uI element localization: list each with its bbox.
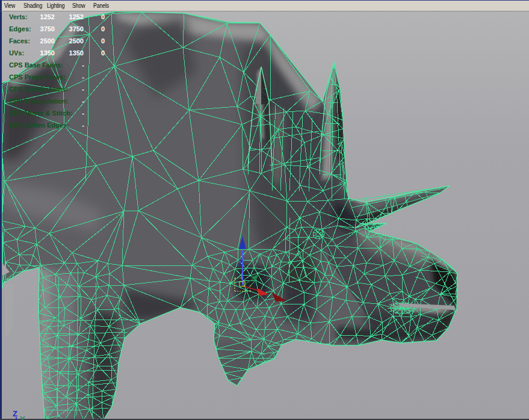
svg-text:Z: Z	[238, 259, 243, 267]
svg-text:Y: Y	[20, 415, 25, 420]
svg-text:Z: Z	[13, 409, 17, 418]
